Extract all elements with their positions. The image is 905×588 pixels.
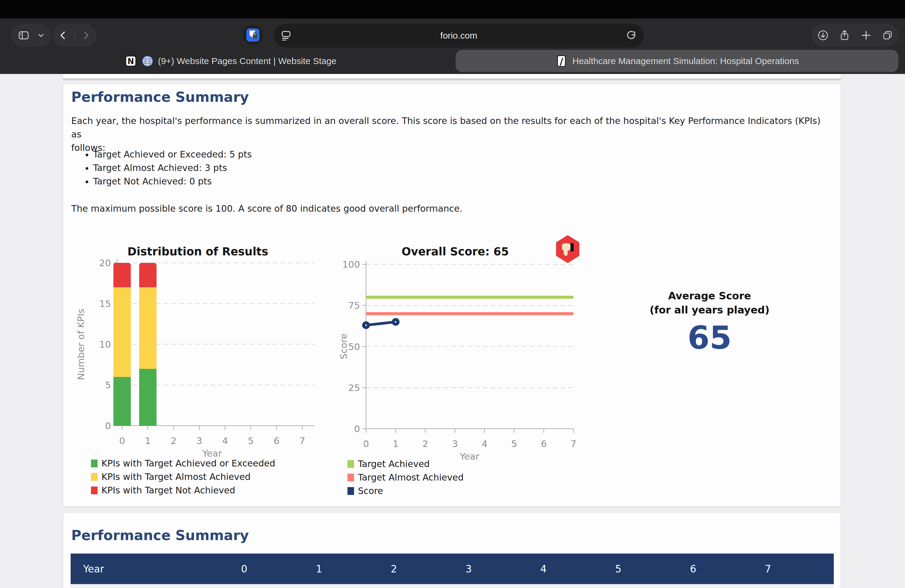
legend-swatch (91, 473, 98, 481)
window-button-group (811, 24, 899, 46)
legend-swatch (348, 474, 354, 482)
svg-text:5: 5 (105, 380, 111, 390)
legend-item: Target Almost Achieved (348, 472, 464, 483)
svg-text:0: 0 (105, 420, 111, 431)
reload-icon[interactable] (626, 30, 637, 41)
legend-swatch (348, 460, 354, 468)
svg-text:3: 3 (196, 435, 202, 446)
svg-text:15: 15 (99, 298, 111, 309)
privacy-extension-button[interactable] (243, 25, 263, 45)
forward-icon[interactable] (81, 30, 91, 41)
performance-summary-table-card: Performance Summary Year 01234567 (63, 513, 841, 588)
svg-text:100: 100 (342, 259, 360, 270)
list-item: Target Not Achieved: 0 pts (93, 175, 252, 188)
new-tab-icon[interactable] (860, 29, 872, 41)
legend-item: Score (348, 486, 464, 496)
legend-swatch (91, 459, 98, 467)
back-icon[interactable] (58, 30, 68, 41)
svg-text:3: 3 (452, 438, 458, 449)
average-score-value: 65 (644, 319, 775, 356)
legend-label: KPIs with Target Not Achieved (102, 485, 235, 496)
screen: forio.com (0, 0, 905, 588)
legend-swatch (91, 486, 98, 494)
kpi-points-list: Target Achieved or Exceeded: 5 pts Targe… (81, 148, 252, 188)
globe-favicon (141, 55, 154, 67)
svg-text:Overall Score: 65: Overall Score: 65 (402, 245, 509, 258)
table-next-row-edge (71, 584, 834, 588)
forio-favicon: / (555, 54, 568, 68)
legend-item: Target Achieved (348, 459, 464, 469)
svg-text:5: 5 (248, 435, 254, 446)
performance-summary-card: Performance Summary Each year, the hospi… (63, 84, 841, 507)
svg-text:6: 6 (541, 438, 547, 449)
table-header-cell: 5 (581, 563, 656, 575)
browser-toolbar: forio.com (0, 19, 905, 75)
section-heading: Performance Summary (71, 527, 249, 544)
overall-score-chart: Overall Score: 65025507510001234567YearS… (338, 238, 593, 461)
svg-text:50: 50 (348, 341, 360, 352)
thumbs-down-badge-icon (556, 235, 580, 263)
svg-text:0: 0 (354, 423, 360, 434)
svg-text:4: 4 (481, 438, 487, 449)
svg-text:0: 0 (119, 435, 125, 446)
legend-label: KPIs with Target Almost Achieved (102, 472, 251, 482)
legend-swatch (348, 487, 354, 495)
svg-text:7: 7 (570, 438, 576, 449)
section-heading: Performance Summary (71, 89, 249, 105)
chevron-down-icon[interactable] (37, 31, 45, 40)
svg-text:Year: Year (202, 448, 222, 457)
average-score-panel: Average Score (for all years played) 65 (644, 289, 775, 356)
svg-text:0: 0 (363, 438, 369, 449)
table-header-cell: 2 (356, 563, 431, 575)
table-header-cell: 7 (730, 563, 805, 575)
svg-text:75: 75 (348, 300, 360, 311)
svg-text:20: 20 (99, 257, 111, 268)
svg-text:Number of KPIs: Number of KPIs (75, 309, 86, 380)
line-chart-legend: Target AchievedTarget Almost AchievedSco… (348, 459, 464, 499)
svg-text:Distribution of Results: Distribution of Results (127, 245, 268, 258)
legend-label: Target Achieved (358, 459, 430, 469)
legend-item: KPIs with Target Not Achieved (91, 485, 275, 496)
table-header-cell: 4 (506, 563, 581, 575)
svg-text:N: N (127, 57, 134, 66)
legend-label: Target Almost Achieved (358, 472, 464, 483)
table-header-row: Year 01234567 (71, 553, 834, 584)
tab-website-pages[interactable]: N (9+) Website Pages Content | Website S… (9, 50, 452, 72)
sidebar-toggle-icon[interactable] (17, 29, 30, 41)
address-bar[interactable]: forio.com (273, 23, 644, 48)
share-icon[interactable] (838, 29, 851, 41)
divider (74, 29, 75, 42)
svg-text:5: 5 (511, 438, 517, 449)
legend-item: KPIs with Target Almost Achieved (91, 472, 275, 482)
notion-favicon: N (124, 55, 137, 67)
sidebar-button-group[interactable] (11, 24, 51, 46)
table-header-year: Year (71, 563, 207, 575)
list-item: Target Almost Achieved: 3 pts (93, 161, 252, 175)
svg-text:7: 7 (299, 435, 305, 446)
tab-healthcare-simulation[interactable]: / Healthcare Management Simulation: Hosp… (456, 50, 899, 72)
tab-overview-icon[interactable] (882, 29, 894, 41)
previous-card-edge (63, 74, 841, 79)
table-header-cell: 6 (656, 563, 730, 575)
legend-item: KPIs with Target Achieved or Exceeded (91, 458, 275, 469)
url-text[interactable]: forio.com (274, 24, 644, 48)
svg-text:2: 2 (422, 438, 428, 449)
closing-paragraph: The maximum possible score is 100. A sco… (71, 202, 831, 215)
table-header-cell: 0 (207, 563, 282, 575)
tab-title: Healthcare Management Simulation: Hospit… (572, 56, 799, 66)
svg-text:Score: Score (338, 334, 349, 359)
bar-chart-legend: KPIs with Target Achieved or ExceededKPI… (91, 458, 275, 499)
svg-text:2: 2 (171, 435, 176, 446)
svg-text:/: / (560, 56, 564, 67)
legend-label: KPIs with Target Achieved or Exceeded (102, 458, 275, 469)
svg-text:10: 10 (99, 339, 111, 350)
table-header-cell: 1 (282, 563, 356, 575)
distribution-of-results-chart: Distribution of Results0510152001234567Y… (72, 238, 330, 457)
nav-button-group (53, 24, 96, 46)
svg-text:25: 25 (348, 382, 360, 393)
tab-bar: N (9+) Website Pages Content | Website S… (0, 49, 905, 74)
svg-text:6: 6 (273, 435, 279, 446)
average-score-subtitle: (for all years played) (644, 303, 775, 317)
tab-title: (9+) Website Pages Content | Website Sta… (158, 56, 337, 66)
downloads-icon[interactable] (817, 29, 829, 41)
